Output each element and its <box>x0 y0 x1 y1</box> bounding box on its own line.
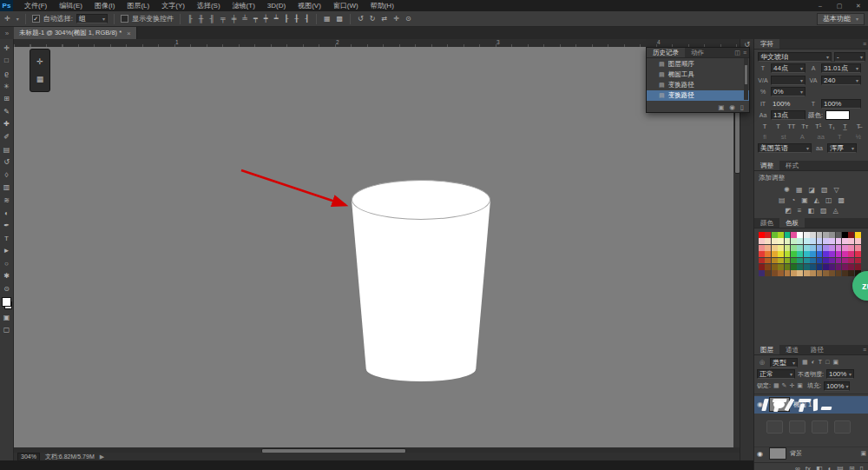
distribute-v-center-icon[interactable]: ┿ <box>263 15 269 23</box>
menu-item[interactable]: 图层(L) <box>121 0 155 11</box>
color-swatch[interactable] <box>842 264 848 270</box>
all-caps-icon[interactable]: TT <box>786 122 797 130</box>
black-white-icon[interactable]: ▣ <box>801 196 808 204</box>
layer-filter-dropdown[interactable]: 类型▾ <box>770 358 798 367</box>
blur-tool[interactable]: ≋ <box>1 194 13 207</box>
history-brush-tool[interactable]: ↺ <box>1 156 13 169</box>
color-swatch[interactable] <box>778 270 784 276</box>
color-swatch[interactable] <box>848 238 854 244</box>
new-layer-icon[interactable]: ⊞ <box>849 465 855 470</box>
curves-icon[interactable]: ◪ <box>808 186 815 194</box>
filter-smart-objects-icon[interactable]: ▣ <box>832 359 838 366</box>
channel-mixer-icon[interactable]: ◫ <box>825 196 832 204</box>
zoom-level-field[interactable]: 304% <box>17 453 40 461</box>
antialias-dropdown[interactable]: 浑厚▾ <box>827 143 857 153</box>
color-swatch[interactable] <box>804 251 810 257</box>
layer-style-icon[interactable]: fx <box>806 465 811 470</box>
document-tab[interactable]: 未标题-1 @ 304%(椭圆 1, RGB/8) * × <box>14 27 137 39</box>
color-swatch[interactable] <box>772 264 778 270</box>
color-swatch[interactable] <box>791 270 797 276</box>
color-swatch[interactable] <box>836 264 842 270</box>
color-swatch[interactable] <box>772 258 778 264</box>
faux-bold-icon[interactable]: T <box>760 122 770 130</box>
auto-select-dropdown[interactable]: 组▾ <box>76 14 108 23</box>
delete-layer-icon[interactable]: ▯ <box>860 465 864 470</box>
auto-select-checkbox[interactable]: ✓ <box>32 15 40 23</box>
align-left-icon[interactable]: ╟ <box>187 15 194 23</box>
threshold-icon[interactable]: ◧ <box>807 207 814 215</box>
titling-alt-icon[interactable]: T <box>834 133 845 141</box>
align-top-icon[interactable]: ╤ <box>220 15 227 23</box>
color-swatch[interactable] <box>797 258 803 264</box>
color-swatch[interactable] <box>765 245 771 251</box>
menu-item[interactable]: 文件(F) <box>18 0 53 11</box>
toolbar-collapse-icon[interactable]: » <box>0 27 14 39</box>
selective-color-icon[interactable]: ◬ <box>833 207 838 215</box>
layers-tab[interactable]: 路径 <box>805 345 830 354</box>
color-swatch[interactable] <box>759 258 765 264</box>
color-swatch[interactable] <box>810 264 816 270</box>
contextual-alt-icon[interactable]: st <box>779 133 789 141</box>
color-swatch[interactable] <box>848 232 854 238</box>
color-swatch[interactable] <box>759 238 765 244</box>
color-swatch[interactable] <box>817 245 823 251</box>
menu-item[interactable]: 编辑(E) <box>53 0 89 11</box>
new-doc-from-state-icon[interactable]: ▣ <box>718 103 724 111</box>
font-family-dropdown[interactable]: 华文琥珀▾ <box>758 52 832 62</box>
strikethrough-icon[interactable]: T̶ <box>853 122 864 130</box>
layer-row-ellipse1[interactable]: ◉ 椭圆 1 <box>754 396 868 414</box>
color-swatch[interactable] <box>810 245 816 251</box>
color-lookup-icon[interactable]: ▩ <box>838 196 845 204</box>
color-swatch[interactable] <box>848 264 854 270</box>
color-swatch[interactable] <box>855 264 861 270</box>
color-swatch[interactable] <box>842 245 848 251</box>
color-swatch[interactable] <box>791 251 797 257</box>
color-swatch[interactable] <box>855 251 861 257</box>
stylistic-alt-icon[interactable]: aa <box>816 133 826 141</box>
widget-grabber-icon[interactable]: ✛ <box>36 57 43 66</box>
menu-item[interactable]: 3D(D) <box>261 0 292 11</box>
color-swatch[interactable] <box>817 270 823 276</box>
filter-adjustment-layers-icon[interactable]: ◐ <box>812 359 815 366</box>
color-swatch[interactable] <box>823 245 829 251</box>
color-swatch[interactable] <box>778 251 784 257</box>
color-swatch[interactable] <box>772 238 778 244</box>
canvas[interactable]: ✛▦ <box>14 47 740 447</box>
color-swatch[interactable] <box>765 264 771 270</box>
color-swatch[interactable] <box>785 258 791 264</box>
path-selection-tool[interactable]: ► <box>1 245 13 258</box>
color-swatch[interactable] <box>810 270 816 276</box>
color-swatch[interactable] <box>797 238 803 244</box>
distribute-top-icon[interactable]: ┯ <box>253 15 259 23</box>
history-state[interactable]: ▤ 变换路径 <box>647 90 749 101</box>
color-swatch[interactable] <box>836 232 842 238</box>
baseline-shift-field[interactable]: 13点 <box>771 110 806 120</box>
color-swatch[interactable] <box>829 245 835 251</box>
gradient-map-icon[interactable]: ▨ <box>820 207 827 215</box>
color-swatch[interactable] <box>785 270 791 276</box>
posterize-icon[interactable]: ≡ <box>798 207 802 215</box>
color-swatch[interactable] <box>842 238 848 244</box>
color-swatch[interactable] <box>791 258 797 264</box>
color-swatch[interactable] <box>759 245 765 251</box>
horizontal-scale-field[interactable]: 100% <box>821 99 861 109</box>
widget-grid-icon[interactable]: ▦ <box>36 75 44 83</box>
adjustments-tab[interactable]: 样式 <box>779 161 805 170</box>
delete-state-icon[interactable]: ▯ <box>740 103 744 111</box>
move-tool[interactable]: ✛ <box>1 42 13 55</box>
scrollbar-thumb[interactable] <box>745 65 747 84</box>
align-bottom-icon[interactable]: ╧ <box>241 15 248 23</box>
menu-item[interactable]: 图像(I) <box>89 0 122 11</box>
color-swatch[interactable] <box>848 258 854 264</box>
panel-menu-icon[interactable]: ≡ <box>743 48 746 57</box>
color-swatch[interactable] <box>759 251 765 257</box>
color-swatch[interactable] <box>804 232 810 238</box>
color-swatch[interactable] <box>823 264 829 270</box>
color-swatch[interactable] <box>836 245 842 251</box>
shape-tool[interactable]: ○ <box>1 257 13 270</box>
eraser-tool[interactable]: ◊ <box>1 169 13 182</box>
swash-icon[interactable]: A <box>797 133 807 141</box>
color-swatch[interactable] <box>759 270 765 276</box>
status-flyout-icon[interactable]: ▶ <box>100 453 104 460</box>
gradient-tool[interactable]: ▥ <box>1 182 13 195</box>
